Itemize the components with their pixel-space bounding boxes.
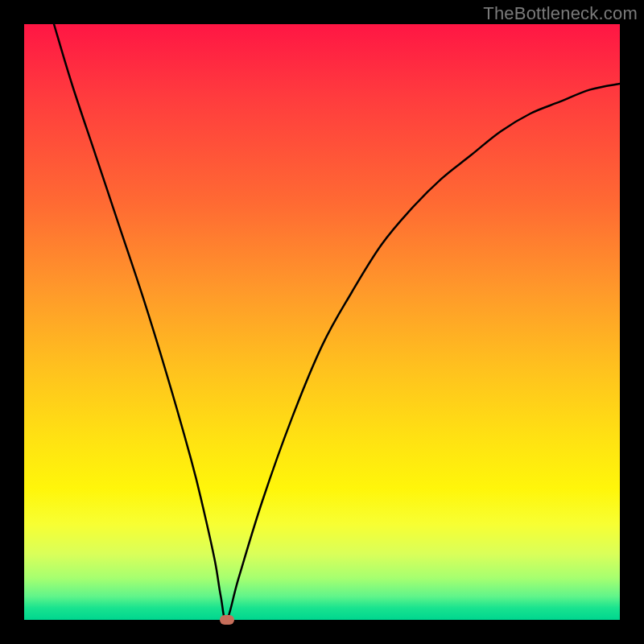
bottleneck-curve-path bbox=[54, 24, 620, 620]
chart-frame: TheBottleneck.com bbox=[0, 0, 644, 644]
watermark-text: TheBottleneck.com bbox=[483, 3, 638, 24]
curve-svg bbox=[24, 24, 620, 620]
optimal-marker bbox=[220, 615, 234, 625]
plot-area bbox=[24, 24, 620, 620]
